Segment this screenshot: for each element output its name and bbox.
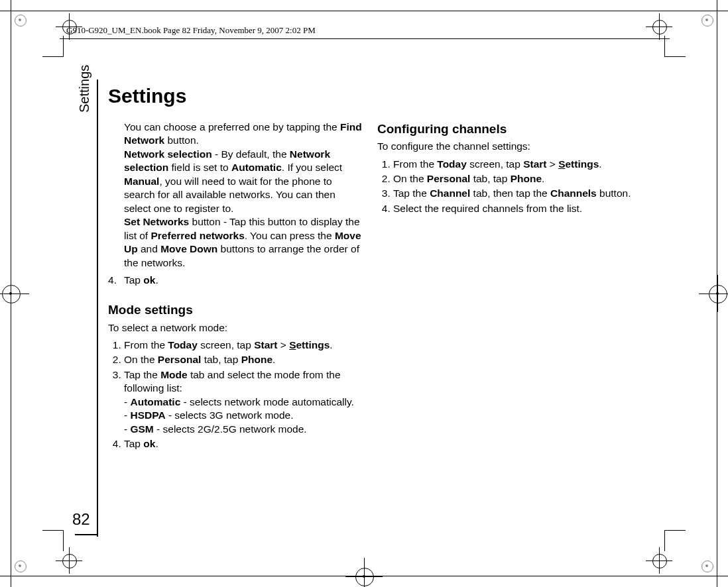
list-item: On the Personal tab, tap Phone. xyxy=(393,172,632,186)
crop-cross-icon xyxy=(646,547,672,574)
channels-step-list: From the Today screen, tap Start > Setti… xyxy=(377,158,632,216)
list-item: Tap the Channel tab, then tap the Channe… xyxy=(393,187,632,200)
list-item: Tap ok. xyxy=(124,437,363,451)
channels-heading: Configuring channels xyxy=(377,121,632,137)
side-rule xyxy=(97,80,98,537)
section-side-label: Settings xyxy=(77,65,92,113)
intro-paragraphs: You can choose a preferred one by tappin… xyxy=(108,121,363,270)
book-header: G910-G920_UM_EN.book Page 82 Friday, Nov… xyxy=(66,25,316,36)
list-item: From the Today screen, tap Start > Setti… xyxy=(393,158,632,171)
list-item: Select the required channels from the li… xyxy=(393,202,632,215)
mode-intro: To select a network mode: xyxy=(108,321,363,335)
page-title: Settings xyxy=(108,85,632,107)
side-rule xyxy=(75,534,97,535)
list-item: On the Personal tab, tap Phone. xyxy=(124,353,363,366)
registration-mark-icon xyxy=(345,558,383,587)
header-rule xyxy=(60,38,670,39)
mode-heading: Mode settings xyxy=(108,301,363,318)
trim-mark-icon xyxy=(42,530,64,551)
trim-mark-icon xyxy=(664,530,686,551)
crop-corner-circle xyxy=(701,15,713,27)
mode-step-list: From the Today screen, tap Start > Setti… xyxy=(108,339,363,451)
channels-intro: To configure the channel settings: xyxy=(377,140,632,153)
crop-corner-circle xyxy=(15,15,27,27)
list-item: Tap the Mode tab and select the mode fro… xyxy=(124,368,363,436)
step-4: Tap ok. xyxy=(124,274,363,287)
page-number: 82 xyxy=(72,510,90,529)
crop-cross-icon xyxy=(56,547,82,574)
list-item: From the Today screen, tap Start > Setti… xyxy=(124,339,363,352)
step-list-continued: Tap ok. xyxy=(108,274,363,287)
crop-corner-circle xyxy=(701,560,713,572)
crop-corner-circle xyxy=(15,560,27,572)
registration-mark-icon xyxy=(0,275,29,312)
registration-mark-icon xyxy=(699,275,728,312)
